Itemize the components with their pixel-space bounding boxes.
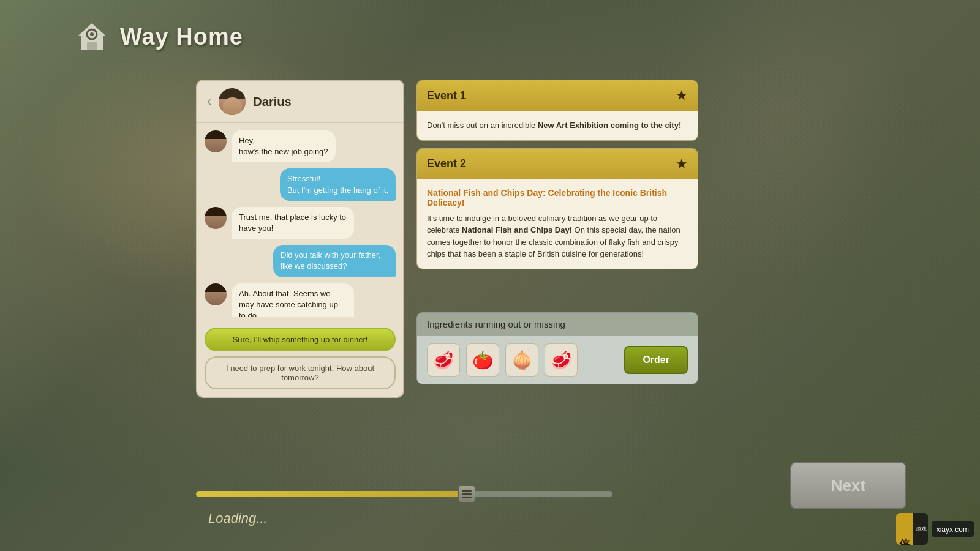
svg-point-2 (90, 32, 94, 36)
avatar (219, 88, 246, 115)
message-bubble: Hey,how's the new job going? (232, 130, 336, 162)
message-avatar (205, 130, 227, 152)
progress-bar-fill (196, 491, 467, 497)
message-bubble: Did you talk with your father, like we d… (273, 245, 396, 277)
event-2-highlight: National Fish and Chips Day: Celebrating… (427, 188, 688, 208)
star-icon-2[interactable]: ★ (676, 156, 688, 172)
chat-panel: ‹ Darius Hey,how's the new job going? St… (196, 80, 404, 398)
event-1-header: Event 1 ★ (417, 80, 698, 111)
home-icon (74, 18, 110, 55)
message-row: Stressful!But I'm getting the hang of it… (205, 168, 396, 200)
ingredients-panel: Ingredients running out or missing 🥩 🍅 🧅… (417, 312, 698, 384)
back-button[interactable]: ‹ (207, 94, 211, 110)
ingredient-item-2: 🍅 (466, 343, 499, 377)
chat-contact-name: Darius (253, 95, 291, 109)
message-row: Did you talk with your father, like we d… (205, 245, 396, 277)
event-2-title: Event 2 (427, 157, 466, 170)
events-panel: Event 1 ★ Don't miss out on an incredibl… (417, 80, 698, 277)
ingredients-body: 🥩 🍅 🧅 🥩 Order (417, 336, 698, 384)
chat-header: ‹ Darius (197, 81, 403, 123)
message-row: Trust me, that place is lucky to have yo… (205, 207, 396, 239)
message-bubble: Ah. About that. Seems we may have some c… (232, 283, 354, 318)
message-row: Hey,how's the new job going? (205, 130, 396, 162)
message-avatar (205, 283, 227, 305)
event-1-text: Don't miss out on an incredible New Art … (427, 119, 688, 132)
ingredient-item-3: 🧅 (505, 343, 538, 377)
progress-line (462, 493, 472, 495)
loading-text: Loading... (208, 511, 268, 527)
ingredient-item-1: 🥩 (427, 343, 460, 377)
event-1-body: Don't miss out on an incredible New Art … (417, 111, 698, 140)
ingredient-item-4: 🥩 (545, 343, 578, 377)
watermark-site: xiayx.com (937, 525, 969, 534)
progress-line (462, 490, 472, 492)
chat-divider (205, 320, 396, 320)
event-2-text: It's time to indulge in a beloved culina… (427, 212, 688, 260)
event-1-title: Event 1 (427, 89, 466, 102)
event-2-body: National Fish and Chips Day: Celebrating… (417, 179, 698, 269)
progress-bar-track (196, 491, 612, 497)
chat-messages: Hey,how's the new job going? Stressful!B… (197, 123, 403, 317)
svg-rect-3 (87, 42, 97, 50)
chat-choices: Sure, I'll whip something up for dinner!… (197, 323, 403, 397)
progress-handle[interactable] (458, 485, 475, 503)
message-avatar (205, 207, 227, 229)
progress-lines (462, 490, 472, 498)
order-button[interactable]: Order (624, 346, 688, 374)
app-title: Way Home (120, 24, 243, 50)
choice-tomorrow-button[interactable]: I need to prep for work tonight. How abo… (205, 356, 396, 389)
message-bubble: Stressful!But I'm getting the hang of it… (280, 168, 396, 200)
star-icon-1[interactable]: ★ (676, 88, 688, 103)
event-card-1: Event 1 ★ Don't miss out on an incredibl… (417, 80, 698, 141)
message-row: Ah. About that. Seems we may have some c… (205, 283, 396, 318)
progress-line (462, 497, 472, 498)
ingredients-header: Ingredients running out or missing (417, 313, 698, 336)
event-2-header: Event 2 ★ (417, 149, 698, 179)
watermark: 侠 游戏 xiayx.com (896, 513, 974, 545)
choice-dinner-button[interactable]: Sure, I'll whip something up for dinner! (205, 328, 396, 351)
ingredients-title: Ingredients running out or missing (427, 319, 565, 329)
event-card-2: Event 2 ★ National Fish and Chips Day: C… (417, 148, 698, 269)
message-bubble: Trust me, that place is lucky to have yo… (232, 207, 354, 239)
app-header: Way Home (74, 18, 243, 55)
next-button[interactable]: Next (790, 462, 907, 509)
